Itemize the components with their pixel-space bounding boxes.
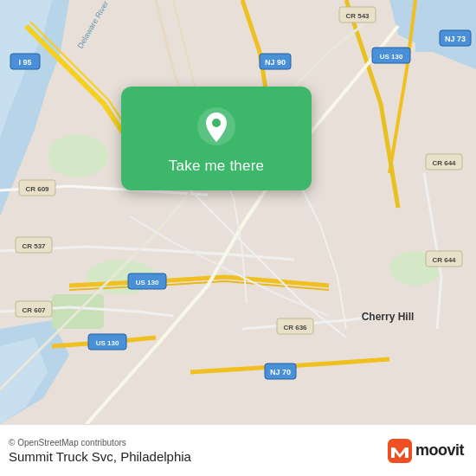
moovit-icon — [388, 439, 412, 463]
location-card: Take me there — [121, 87, 312, 190]
svg-text:CR 609: CR 609 — [25, 185, 49, 193]
bottom-bar: © OpenStreetMap contributors Summit Truc… — [0, 424, 476, 476]
svg-text:I 95: I 95 — [18, 58, 31, 67]
svg-text:CR 644: CR 644 — [432, 256, 456, 264]
svg-text:NJ 90: NJ 90 — [265, 58, 286, 67]
svg-text:US 130: US 130 — [136, 279, 159, 286]
svg-text:CR 607: CR 607 — [22, 306, 46, 314]
svg-text:NJ 73: NJ 73 — [445, 35, 466, 43]
svg-text:US 130: US 130 — [380, 53, 403, 61]
moovit-logo: moovit — [388, 439, 464, 463]
svg-text:CR 537: CR 537 — [22, 242, 46, 250]
svg-text:NJ 70: NJ 70 — [270, 368, 291, 376]
svg-text:Cherry Hill: Cherry Hill — [362, 311, 415, 323]
osm-credit: © OpenStreetMap contributors — [9, 438, 191, 447]
svg-text:CR 543: CR 543 — [345, 12, 370, 20]
svg-text:CR 644: CR 644 — [432, 159, 456, 167]
location-name: Summit Truck Svc, Philadelphia — [9, 449, 191, 464]
svg-text:US 130: US 130 — [96, 339, 119, 347]
svg-point-42 — [212, 119, 221, 127]
location-pin-icon — [196, 106, 237, 147]
bottom-left-info: © OpenStreetMap contributors Summit Truc… — [9, 438, 191, 464]
svg-text:CR 636: CR 636 — [283, 324, 307, 331]
moovit-text: moovit — [415, 441, 464, 460]
svg-point-7 — [48, 134, 108, 177]
map-container: I 95 US 130 NJ 90 NJ 73 CR 609 CR 537 CR… — [0, 0, 476, 424]
take-me-there-button[interactable]: Take me there — [169, 158, 264, 175]
